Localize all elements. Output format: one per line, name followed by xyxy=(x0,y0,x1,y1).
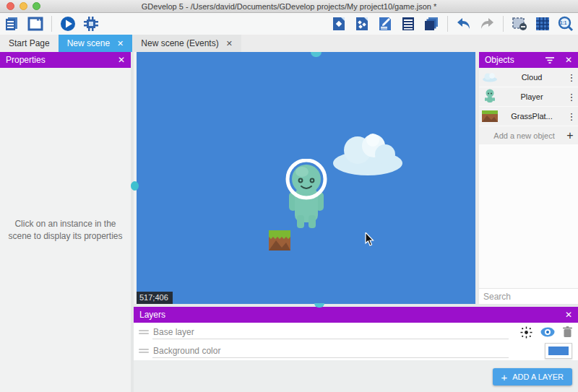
layer-delete-icon[interactable] xyxy=(563,326,572,338)
player-thumbnail-icon xyxy=(481,89,499,105)
cursor-coordinates: 517;406 xyxy=(137,292,173,304)
properties-panel: Properties ✕ Click on an instance in the… xyxy=(0,52,134,392)
object-name: GrassPlat... xyxy=(499,112,565,121)
grass-thumbnail-icon xyxy=(481,108,499,124)
window-title: GDevelop 5 - /Users/david/Documents/GDev… xyxy=(0,2,578,11)
debug-icon xyxy=(82,15,100,32)
close-properties-icon[interactable]: ✕ xyxy=(118,55,125,65)
undo-icon xyxy=(455,15,473,32)
layers-footer: + ADD A LAYER + ADD LIGHTING LAYER xyxy=(134,360,578,392)
tab-new-scene-events[interactable]: New scene (Events) ✕ xyxy=(132,35,241,52)
scene-properties-button[interactable] xyxy=(376,14,394,33)
window-icon xyxy=(27,15,44,32)
plus-icon: + xyxy=(562,129,578,142)
open-layers-editor-button[interactable] xyxy=(422,14,441,33)
layer-name: Background color xyxy=(153,346,220,356)
close-tab-icon[interactable]: ✕ xyxy=(117,40,124,48)
drag-handle-icon[interactable] xyxy=(139,347,149,354)
object-item-grassplatform[interactable]: GrassPlat... ⋮ xyxy=(479,107,578,126)
tab-label: Start Page xyxy=(9,38,50,48)
layer-effects-icon[interactable] xyxy=(520,326,532,339)
object-groups-icon xyxy=(353,15,371,32)
objects-panel-title: Objects xyxy=(485,55,514,65)
layer-name: Base layer xyxy=(153,327,194,337)
toggle-grid-button[interactable] xyxy=(533,14,552,33)
close-objects-icon[interactable]: ✕ xyxy=(565,55,572,65)
tab-label: New scene xyxy=(67,38,110,48)
object-item-cloud[interactable]: Cloud ⋮ xyxy=(479,68,578,87)
layers-editor-icon xyxy=(423,15,440,32)
instances-list-icon xyxy=(400,15,417,32)
add-layer-label: ADD A LAYER xyxy=(512,373,564,381)
layer-row-base[interactable]: Base layer xyxy=(134,323,578,341)
titlebar: GDevelop 5 - /Users/david/Documents/GDev… xyxy=(0,0,578,13)
undo-button[interactable] xyxy=(454,14,473,33)
start-page-button[interactable] xyxy=(26,14,45,33)
objects-editor-icon xyxy=(330,15,348,32)
tab-bar: Start Page New scene ✕ New scene (Events… xyxy=(0,35,578,52)
cloud-instance[interactable] xyxy=(332,131,404,176)
toggle-mask-button[interactable] xyxy=(510,14,529,33)
open-objects-editor-button[interactable] xyxy=(329,14,348,33)
add-layer-button[interactable]: + ADD A LAYER xyxy=(493,368,572,386)
toolbar-divider xyxy=(51,16,52,32)
zoom-options-button[interactable]: 1:1 xyxy=(556,14,575,33)
background-color-swatch xyxy=(548,347,569,355)
plus-icon: + xyxy=(501,371,508,383)
object-item-player[interactable]: Player ⋮ xyxy=(479,87,578,107)
mouse-cursor xyxy=(365,232,375,247)
add-new-object-button[interactable]: Add a new object + xyxy=(479,126,578,144)
panel-resize-handle[interactable] xyxy=(131,181,139,191)
project-manager-icon xyxy=(4,15,21,32)
properties-panel-title: Properties xyxy=(6,55,46,65)
toolbar-divider xyxy=(503,16,504,32)
zoom-ratio-label: 1:1 xyxy=(560,20,566,25)
play-icon xyxy=(59,15,77,32)
object-menu-icon[interactable]: ⋮ xyxy=(565,92,578,103)
object-menu-icon[interactable]: ⋮ xyxy=(565,111,578,122)
layer-name-underline xyxy=(152,339,509,339)
object-name: Cloud xyxy=(499,73,565,82)
project-manager-button[interactable] xyxy=(3,14,22,33)
layer-row-background-color[interactable]: Background color xyxy=(134,341,578,360)
tab-start-page[interactable]: Start Page xyxy=(0,35,59,52)
player-instance[interactable] xyxy=(285,159,328,232)
objects-panel: Objects ✕ Cloud ⋮ Player ⋮ Grass xyxy=(479,52,578,304)
object-name: Player xyxy=(499,92,565,101)
properties-empty-message: Click on an instance in the scene to dis… xyxy=(6,218,125,243)
toolbar-divider xyxy=(447,16,448,32)
grass-platform-instance[interactable] xyxy=(269,230,290,251)
grid-icon xyxy=(534,15,551,32)
gdevelop-window: GDevelop 5 - /Users/david/Documents/GDev… xyxy=(0,0,578,392)
layer-name-underline xyxy=(152,357,509,358)
objects-list-empty-area xyxy=(479,144,578,288)
open-object-groups-button[interactable] xyxy=(353,14,371,33)
search-input[interactable] xyxy=(483,292,578,302)
zoom-icon: 1:1 xyxy=(557,15,574,32)
scene-canvas[interactable]: 517;406 xyxy=(137,52,475,304)
cloud-thumbnail-icon xyxy=(481,69,499,85)
layers-panel-title: Layers xyxy=(139,310,165,320)
launch-debugger-button[interactable] xyxy=(82,14,100,33)
close-tab-icon[interactable]: ✕ xyxy=(226,40,233,48)
toolbar: 1:1 xyxy=(0,13,578,35)
redo-button[interactable] xyxy=(478,14,496,33)
objects-search xyxy=(479,288,578,304)
filter-icon[interactable] xyxy=(545,56,555,64)
layers-panel: Layers ✕ Base layer Background xyxy=(134,304,578,392)
layer-visibility-icon[interactable] xyxy=(540,327,555,337)
instances-list-button[interactable] xyxy=(399,14,418,33)
add-object-label: Add a new object xyxy=(479,131,562,140)
redo-icon xyxy=(478,15,496,32)
edit-properties-icon xyxy=(376,15,394,32)
tab-label: New scene (Events) xyxy=(141,38,218,48)
drag-handle-icon[interactable] xyxy=(139,328,149,336)
background-color-picker[interactable] xyxy=(545,343,572,359)
launch-preview-button[interactable] xyxy=(59,14,77,33)
close-layers-icon[interactable]: ✕ xyxy=(565,310,572,320)
tab-new-scene[interactable]: New scene ✕ xyxy=(59,35,133,52)
object-menu-icon[interactable]: ⋮ xyxy=(565,72,578,83)
mask-icon xyxy=(511,15,528,32)
